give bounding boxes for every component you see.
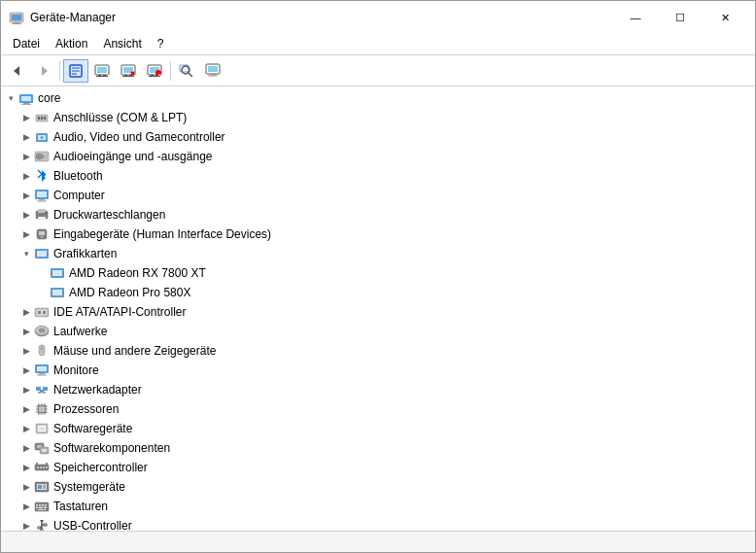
tree-item-gpu2[interactable]: ▶ AMD Radeon Pro 580X <box>1 283 755 302</box>
menu-ansicht[interactable]: Ansicht <box>95 34 149 53</box>
prozessoren-expander[interactable]: ▶ <box>18 401 34 417</box>
computer-expander[interactable]: ▶ <box>18 188 34 203</box>
toolbar-back-button[interactable] <box>5 59 30 83</box>
root-icon <box>18 90 34 106</box>
toolbar-disable-button[interactable] <box>116 59 141 83</box>
svg-rect-89 <box>39 373 45 375</box>
svg-rect-132 <box>42 504 44 506</box>
anschluesse-expander[interactable]: ▶ <box>18 110 34 125</box>
svg-rect-120 <box>40 467 42 468</box>
laufwerke-expander[interactable]: ▶ <box>18 324 34 339</box>
root-label: core <box>38 91 60 105</box>
svg-rect-79 <box>38 311 41 314</box>
svg-rect-134 <box>36 507 38 509</box>
minimize-button[interactable]: — <box>613 5 658 30</box>
grafikkarten-expander[interactable]: ▾ <box>18 246 34 261</box>
tree-item-maeuse[interactable]: ▶ Mäuse und andere Zeigegeräte <box>1 341 755 361</box>
eingabegeraete-icon <box>34 226 50 242</box>
toolbar-properties-button[interactable] <box>63 59 88 83</box>
tree-item-grafikkarten[interactable]: ▾ Grafikkarten <box>1 244 755 263</box>
systemgeraete-expander[interactable]: ▶ <box>18 479 34 495</box>
tree-item-bluetooth[interactable]: ▶ Bluetooth <box>1 166 755 186</box>
svg-rect-88 <box>37 366 47 371</box>
softwarekomponenten-label: Softwarekomponenten <box>53 441 170 455</box>
tree-item-audioeingaenge[interactable]: ▶ Audioeingänge und -ausgänge <box>1 147 755 166</box>
svg-rect-137 <box>38 509 46 510</box>
svg-line-30 <box>189 73 192 77</box>
tree-item-laufwerke[interactable]: ▶ Laufwerke <box>1 322 755 341</box>
ide-expander[interactable]: ▶ <box>18 304 34 320</box>
netzwerkadapter-expander[interactable]: ▶ <box>18 382 34 397</box>
root-expander[interactable]: ▾ <box>3 90 18 106</box>
tree-item-softwarekomponenten[interactable]: ▶ Softwarekomponenten <box>1 438 755 458</box>
tree-item-anschluesse[interactable]: ▶ Anschlüsse (COM & LPT) <box>1 108 755 127</box>
prozessoren-label: Prozessoren <box>53 402 119 416</box>
tree-item-netzwerkadapter[interactable]: ▶ Netzwerkadapter <box>1 380 755 399</box>
softwarekomponenten-expander[interactable]: ▶ <box>18 440 34 456</box>
tree-item-computer[interactable]: ▶ Computer <box>1 186 755 205</box>
tree-root[interactable]: ▾ core <box>1 88 755 108</box>
tree-item-softwaregeraete[interactable]: ▶ Softwaregeräte <box>1 419 755 438</box>
toolbar-scan-button[interactable] <box>174 59 199 83</box>
systemgeraete-label: Systemgeräte <box>53 480 125 494</box>
druckwarteschlangen-expander[interactable]: ▶ <box>18 207 34 223</box>
svg-rect-37 <box>21 96 31 101</box>
monitore-expander[interactable]: ▶ <box>18 363 34 378</box>
svg-rect-54 <box>37 191 47 197</box>
audioeingaenge-expander[interactable]: ▶ <box>18 149 34 164</box>
tree-item-audio[interactable]: ▶ Audio, Video und Gamecontroller <box>1 127 755 147</box>
maeuse-expander[interactable]: ▶ <box>18 343 34 359</box>
bluetooth-icon <box>34 168 50 184</box>
toolbar-forward-button[interactable] <box>31 59 56 83</box>
menu-aktion[interactable]: Aktion <box>48 34 95 53</box>
speichercontroller-icon <box>34 460 50 475</box>
tree-item-monitore[interactable]: ▶ Monitore <box>1 361 755 380</box>
tree-item-eingabegeraete[interactable]: ▶ Eingabegeräte (Human Interface Devices… <box>1 225 755 244</box>
device-tree[interactable]: ▾ core ▶ <box>1 86 755 531</box>
softwaregeraete-expander[interactable]: ▶ <box>18 421 34 436</box>
systemgeraete-icon <box>34 479 50 495</box>
bluetooth-expander[interactable]: ▶ <box>18 168 34 184</box>
svg-rect-124 <box>46 463 48 465</box>
gpu2-icon <box>50 285 65 300</box>
usb-expander[interactable]: ▶ <box>18 518 34 531</box>
tastaturen-expander[interactable]: ▶ <box>18 499 34 514</box>
toolbar-uninstall-button[interactable]: ✕ <box>142 59 167 83</box>
svg-point-49 <box>38 156 40 157</box>
scan-icon <box>179 63 194 79</box>
svg-rect-63 <box>39 231 45 235</box>
eingabegeraete-expander[interactable]: ▶ <box>18 226 34 242</box>
svg-rect-122 <box>46 467 48 468</box>
tree-item-prozessoren[interactable]: ▶ <box>1 399 755 419</box>
audio-expander[interactable]: ▶ <box>18 129 34 145</box>
svg-rect-68 <box>47 253 49 256</box>
svg-rect-97 <box>39 406 45 412</box>
toolbar-monitor-button[interactable] <box>200 59 225 83</box>
toolbar-separator-1 <box>59 61 60 81</box>
maximize-button[interactable]: ☐ <box>658 5 703 30</box>
audioeingaenge-label: Audioeingänge und -ausgänge <box>53 150 212 163</box>
forward-icon <box>36 63 52 79</box>
speichercontroller-expander[interactable]: ▶ <box>18 460 34 475</box>
tree-item-gpu1[interactable]: ▶ AMD Radeon RX 7800 XT <box>1 263 755 283</box>
tree-item-druckwarteschlangen[interactable]: ▶ Druckwarteschlangen <box>1 205 755 225</box>
toolbar-update-button[interactable] <box>89 59 115 83</box>
tree-item-usb[interactable]: ▶ USB-Controller <box>1 516 755 531</box>
svg-point-84 <box>41 329 43 330</box>
tree-item-tastaturen[interactable]: ▶ Tastaturen <box>1 497 755 516</box>
svg-point-86 <box>41 347 43 350</box>
tree-item-ide[interactable]: ▶ IDE ATA/ATAPI-Controller <box>1 302 755 322</box>
menu-hilfe[interactable]: ? <box>150 34 172 53</box>
bluetooth-label: Bluetooth <box>53 169 103 183</box>
svg-rect-1 <box>12 15 21 20</box>
usb-icon <box>34 518 50 531</box>
svg-text:✕: ✕ <box>157 71 161 77</box>
menu-datei[interactable]: Datei <box>5 34 48 53</box>
tree-item-speichercontroller[interactable]: ▶ Speichercontroller <box>1 458 755 477</box>
svg-rect-80 <box>43 311 46 314</box>
tree-item-systemgeraete[interactable]: ▶ Systemgeräte <box>1 477 755 497</box>
gpu1-icon <box>50 265 65 281</box>
close-button[interactable]: ✕ <box>703 5 747 30</box>
anschluesse-label: Anschlüsse (COM & LPT) <box>53 111 187 124</box>
maeuse-icon <box>34 343 50 359</box>
